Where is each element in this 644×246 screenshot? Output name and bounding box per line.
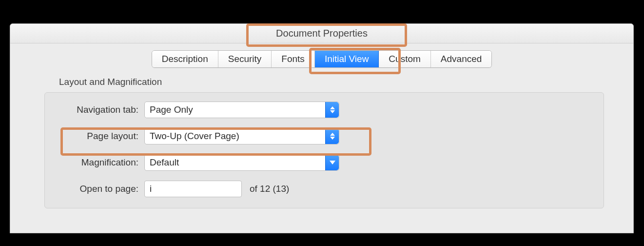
tab-description[interactable]: Description — [152, 51, 218, 67]
navigation-tab-dropdown[interactable]: Page Only — [144, 102, 339, 118]
section-title: Layout and Magnification — [59, 77, 604, 87]
page-layout-value: Two-Up (Cover Page) — [150, 131, 239, 142]
chevron-down-icon — [325, 155, 339, 170]
row-page-layout: Page layout: Two-Up (Cover Page) — [57, 128, 592, 144]
tab-advanced[interactable]: Advanced — [431, 51, 492, 67]
open-to-page-input[interactable] — [144, 181, 242, 197]
row-navigation-tab: Navigation tab: Page Only — [57, 102, 592, 118]
magnification-label: Magnification: — [57, 157, 144, 168]
updown-arrows-icon — [325, 128, 339, 144]
navigation-tab-value: Page Only — [150, 104, 193, 115]
row-open-to-page: Open to page: of 12 (13) — [57, 181, 592, 197]
tab-strip: Description Security Fonts Initial View … — [10, 50, 633, 68]
svg-marker-1 — [330, 110, 335, 113]
svg-marker-4 — [330, 161, 335, 164]
magnification-combobox[interactable]: Default — [144, 154, 339, 171]
layout-magnification-group: Navigation tab: Page Only Page layout: T… — [44, 92, 604, 208]
tab-security[interactable]: Security — [218, 51, 272, 67]
tab-initial-view[interactable]: Initial View — [315, 51, 379, 67]
svg-marker-2 — [330, 133, 335, 136]
tab-fonts[interactable]: Fonts — [272, 51, 315, 67]
svg-marker-0 — [330, 106, 335, 109]
window-title: Document Properties — [276, 28, 368, 39]
document-properties-window: Document Properties Description Security… — [10, 23, 634, 233]
svg-marker-3 — [330, 137, 335, 140]
tab-custom[interactable]: Custom — [379, 51, 430, 67]
tab-group: Description Security Fonts Initial View … — [152, 50, 492, 68]
page-layout-label: Page layout: — [57, 131, 144, 142]
titlebar: Document Properties — [10, 24, 633, 43]
content-panel: Layout and Magnification Navigation tab:… — [44, 77, 604, 208]
open-to-page-label: Open to page: — [57, 184, 144, 194]
page-layout-dropdown[interactable]: Two-Up (Cover Page) — [144, 128, 339, 144]
row-magnification: Magnification: Default — [57, 154, 592, 171]
navigation-tab-label: Navigation tab: — [57, 104, 144, 115]
magnification-value: Default — [150, 157, 179, 168]
open-to-page-suffix: of 12 (13) — [250, 184, 289, 194]
updown-arrows-icon — [325, 102, 339, 118]
